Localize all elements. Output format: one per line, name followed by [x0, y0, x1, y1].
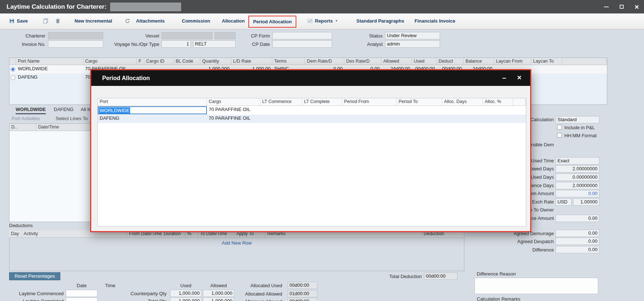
difference-reason-textarea[interactable]: [475, 278, 598, 294]
exch-currency-field[interactable]: USD: [556, 198, 572, 206]
minimum-allowed-field: 00d00:00: [288, 298, 317, 301]
copy-button[interactable]: [43, 18, 48, 24]
hhmm-format-checkbox[interactable]: [557, 133, 562, 138]
col-used[interactable]: Used: [412, 58, 437, 65]
col-cargo[interactable]: Cargo: [207, 98, 260, 106]
subtab-select-lines[interactable]: Select Lines To: [56, 116, 88, 121]
analyst-label: Analyst: [332, 41, 383, 47]
col-day[interactable]: Day: [9, 230, 22, 237]
row-radio-selected[interactable]: [11, 67, 15, 72]
port-cell-editor[interactable]: WORLDWIDE: [98, 106, 207, 114]
used-time-field[interactable]: Exact: [556, 157, 599, 165]
laytime-completed-date-field[interactable]: [66, 297, 97, 301]
col-allowed[interactable]: Allowed: [381, 58, 412, 65]
col-f[interactable]: F: [137, 58, 144, 65]
cp-date-field[interactable]: [272, 40, 332, 48]
col-deduct[interactable]: Deduct: [437, 58, 464, 65]
total-deduction-label: Total Deduction: [364, 274, 422, 279]
col-laycan-from[interactable]: Laycan From: [494, 58, 531, 65]
subtab-port-activities[interactable]: Port Activities: [12, 116, 40, 121]
col-period-to[interactable]: Period To: [397, 98, 442, 106]
col-lt-complete[interactable]: LT Complete: [302, 98, 342, 106]
col-cargo[interactable]: Cargo: [83, 58, 137, 65]
add-new-row-link[interactable]: Add New Row: [9, 240, 464, 246]
difference-days-field: 2.00000000: [556, 182, 599, 189]
difference-reason-label: Difference Reason: [477, 271, 516, 277]
include-pnl-checkbox[interactable]: [557, 125, 562, 130]
maximize-icon[interactable]: [620, 5, 624, 9]
col-lt-commence[interactable]: LT Commence: [260, 98, 302, 106]
laytime-commenced-date-field[interactable]: [66, 290, 97, 297]
minimum-allowed-label: Minimum Allowed: [224, 299, 282, 301]
total-qty-label: Total Qty: [108, 298, 167, 301]
toolbar: Save New Incremental Attachments Commiss…: [0, 13, 644, 29]
dialog-title-bar[interactable]: Period Allocation – ×: [91, 70, 530, 86]
col-alloc-percent[interactable]: Alloc. %: [483, 98, 513, 106]
row-radio[interactable]: [11, 75, 15, 80]
used-days-field: 0.00000000: [556, 174, 599, 181]
exch-rate-field[interactable]: 1.00000: [573, 198, 599, 206]
attachments-button[interactable]: Attachments: [136, 18, 165, 24]
close-icon[interactable]: ×: [635, 3, 639, 11]
voyage-no-field[interactable]: 1: [161, 40, 191, 48]
col-bl-code[interactable]: BL Code: [174, 58, 200, 65]
chevron-down-icon: ▼: [335, 19, 338, 23]
allocation-button[interactable]: Allocation: [222, 18, 245, 24]
status-label: Status: [332, 33, 383, 39]
commission-button[interactable]: Commission: [182, 18, 210, 24]
allocation-table-header: Port Cargo LT Commence LT Complete Perio…: [98, 98, 526, 106]
new-incremental-label: New Incremental: [75, 18, 112, 24]
col-quantity[interactable]: Quantity: [200, 58, 231, 65]
voyage-opr-label: Voyage No./Opr Type: [105, 41, 159, 47]
time-header: Time: [94, 283, 127, 288]
reports-button[interactable]: Reports ▼: [307, 18, 338, 24]
total-used-field: 1,000.000: [170, 297, 201, 301]
col-laycan-to[interactable]: Laycan To: [531, 58, 562, 65]
dialog-close-icon[interactable]: ×: [517, 74, 521, 82]
cp-form-field[interactable]: [272, 32, 332, 39]
col-terms[interactable]: Terms: [272, 58, 305, 65]
allowed-days-field: 2.00000000: [556, 165, 599, 173]
col-ld-rate[interactable]: L/D Rate: [231, 58, 272, 65]
tab-worldwide[interactable]: WORLDWIDE: [16, 107, 46, 114]
col-cargo-id[interactable]: Cargo ID: [144, 58, 174, 65]
agreed-despatch-field[interactable]: 0.00: [556, 238, 599, 245]
dialog-title: Period Allocation: [102, 70, 150, 86]
tab-dafeng[interactable]: DAFENG: [54, 107, 73, 112]
allocated-allowed-field: 01d00:00: [288, 290, 317, 297]
col-port[interactable]: Port: [98, 98, 207, 106]
col-date-time[interactable]: Date/Time: [36, 124, 90, 131]
copy-icon: [43, 18, 48, 24]
reset-percentages-button[interactable]: Reset Percentages: [9, 272, 60, 280]
reports-label: Reports: [315, 18, 333, 24]
refresh-button[interactable]: [125, 18, 130, 24]
table-row[interactable]: DAFENG 70 PARAFFINE OIL: [98, 115, 526, 123]
charterer-field[interactable]: [48, 32, 103, 39]
status-field[interactable]: Under Review: [385, 32, 440, 39]
col-alloc-days[interactable]: Alloc. Days: [442, 98, 483, 106]
col-port-name[interactable]: Port Name: [16, 58, 83, 65]
invoice-no-field[interactable]: [48, 40, 103, 48]
col-dem-rate[interactable]: Dem Rate/D: [305, 58, 344, 65]
calculation-field[interactable]: Standard: [556, 116, 599, 123]
col-balance[interactable]: Balance: [464, 58, 494, 65]
period-allocation-button[interactable]: Period Allocation: [248, 16, 296, 28]
delete-button[interactable]: [55, 18, 60, 24]
minimize-icon[interactable]: [604, 7, 609, 7]
window-title: Laytime Calculation for Charterer:: [7, 3, 107, 11]
table-row[interactable]: WORLDWIDE 70 PARAFFINE OIL: [98, 106, 526, 115]
agreed-demurrage-field[interactable]: 0.00: [556, 230, 599, 237]
allocated-used-field: 00d00:00: [288, 282, 317, 289]
cp-date-label: CP Date: [219, 41, 270, 47]
vessel-field[interactable]: [161, 32, 212, 39]
analyst-field[interactable]: admin: [385, 40, 440, 48]
allocated-used-label: Allocated Used: [224, 283, 282, 288]
new-incremental-button[interactable]: New Incremental: [75, 18, 112, 24]
col-des-rate[interactable]: Des Rate/D: [344, 58, 381, 65]
col-d[interactable]: D..: [9, 124, 36, 131]
standard-paragraphs-button[interactable]: Standard Paragraphs: [356, 18, 404, 24]
col-period-from[interactable]: Period From: [342, 98, 397, 106]
financials-invoice-button[interactable]: Financials Invoice: [415, 18, 455, 24]
save-button[interactable]: Save: [9, 18, 28, 24]
dialog-minimize-icon[interactable]: –: [502, 74, 506, 82]
